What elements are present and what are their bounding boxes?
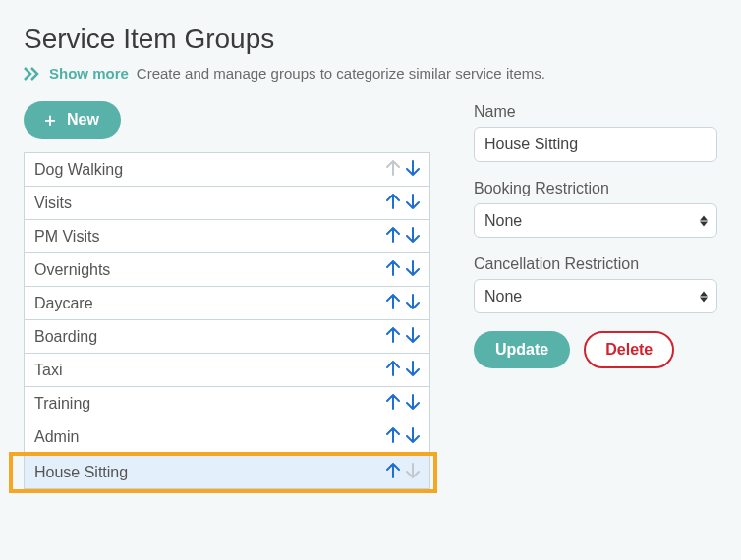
- move-up-button[interactable]: [386, 463, 400, 481]
- cancellation-restriction-label: Cancellation Restriction: [474, 255, 717, 273]
- arrow-up-icon: [386, 160, 400, 179]
- list-item[interactable]: House Sitting: [25, 456, 429, 488]
- move-down-button[interactable]: [406, 427, 420, 446]
- move-down-button[interactable]: [406, 260, 420, 279]
- arrow-down-icon: [406, 194, 420, 212]
- list-item[interactable]: Overnights: [25, 253, 429, 287]
- booking-restriction-label: Booking Restriction: [474, 180, 717, 197]
- name-label: Name: [474, 103, 717, 121]
- move-up-button[interactable]: [386, 294, 400, 312]
- reorder-controls: [386, 160, 420, 179]
- list-item-label: Taxi: [34, 362, 62, 379]
- list-item-label: Admin: [34, 428, 79, 446]
- move-down-button[interactable]: [406, 294, 420, 312]
- info-line: Show more Create and manage groups to ca…: [24, 65, 717, 82]
- move-down-button: [406, 463, 420, 481]
- reorder-controls: [386, 294, 420, 312]
- arrow-down-icon: [406, 463, 420, 481]
- arrow-up-icon: [386, 260, 400, 279]
- arrow-up-icon: [386, 361, 400, 379]
- move-up-button[interactable]: [386, 327, 400, 346]
- list-item-label: PM Visits: [34, 228, 99, 246]
- list-item[interactable]: Visits: [25, 187, 429, 220]
- cancellation-restriction-select[interactable]: None: [474, 279, 717, 313]
- arrow-up-icon: [386, 227, 400, 246]
- arrow-down-icon: [406, 427, 420, 446]
- arrow-down-icon: [406, 227, 420, 246]
- list-item-label: Visits: [34, 195, 72, 212]
- arrow-up-icon: [386, 327, 400, 346]
- move-down-button[interactable]: [406, 327, 420, 346]
- arrow-down-icon: [406, 260, 420, 279]
- highlight-frame: House Sitting: [9, 452, 437, 493]
- move-down-button[interactable]: [406, 227, 420, 246]
- move-up-button[interactable]: [386, 227, 400, 246]
- move-down-button[interactable]: [406, 160, 420, 179]
- reorder-controls: [386, 427, 420, 446]
- arrow-up-icon: [386, 463, 400, 481]
- reorder-controls: [386, 227, 420, 246]
- page-title: Service Item Groups: [24, 24, 717, 55]
- reorder-controls: [386, 463, 420, 481]
- list-item-label: Overnights: [34, 261, 110, 279]
- arrow-down-icon: [406, 160, 420, 179]
- move-up-button[interactable]: [386, 194, 400, 212]
- move-up-button[interactable]: [386, 427, 400, 446]
- new-button[interactable]: ＋ New: [24, 101, 121, 139]
- chevron-double-right-icon: [24, 67, 41, 81]
- list-item-label: Boarding: [34, 328, 97, 346]
- new-button-label: New: [67, 111, 99, 129]
- name-input[interactable]: [474, 127, 717, 162]
- list-item[interactable]: PM Visits: [25, 220, 429, 253]
- group-list: Dog WalkingVisitsPM VisitsOvernightsDayc…: [24, 152, 430, 489]
- list-item[interactable]: Taxi: [25, 354, 429, 387]
- list-item[interactable]: Daycare: [25, 287, 429, 320]
- move-up-button[interactable]: [386, 361, 400, 379]
- plus-icon: ＋: [41, 111, 59, 129]
- move-up-button[interactable]: [386, 260, 400, 279]
- list-item-label: House Sitting: [34, 464, 128, 481]
- list-item-label: Training: [34, 395, 90, 413]
- booking-restriction-select[interactable]: None: [474, 203, 717, 238]
- move-up-button: [386, 160, 400, 179]
- list-item-label: Daycare: [34, 295, 93, 312]
- update-button[interactable]: Update: [474, 331, 570, 368]
- reorder-controls: [386, 361, 420, 379]
- arrow-up-icon: [386, 194, 400, 212]
- arrow-down-icon: [406, 294, 420, 312]
- arrow-down-icon: [406, 327, 420, 346]
- list-item[interactable]: Dog Walking: [25, 153, 429, 187]
- reorder-controls: [386, 194, 420, 212]
- arrow-up-icon: [386, 294, 400, 312]
- reorder-controls: [386, 394, 420, 413]
- delete-button[interactable]: Delete: [584, 331, 674, 368]
- reorder-controls: [386, 260, 420, 279]
- list-item[interactable]: Boarding: [25, 320, 429, 354]
- move-up-button[interactable]: [386, 394, 400, 413]
- list-item-label: Dog Walking: [34, 161, 123, 179]
- arrow-down-icon: [406, 394, 420, 413]
- move-down-button[interactable]: [406, 361, 420, 379]
- arrow-up-icon: [386, 394, 400, 413]
- page-subtitle: Create and manage groups to categorize s…: [137, 65, 545, 82]
- list-item[interactable]: Admin: [25, 420, 429, 454]
- move-down-button[interactable]: [406, 194, 420, 212]
- arrow-up-icon: [386, 427, 400, 446]
- move-down-button[interactable]: [406, 394, 420, 413]
- reorder-controls: [386, 327, 420, 346]
- arrow-down-icon: [406, 361, 420, 379]
- show-more-link[interactable]: Show more: [49, 65, 129, 82]
- list-item[interactable]: Training: [25, 387, 429, 420]
